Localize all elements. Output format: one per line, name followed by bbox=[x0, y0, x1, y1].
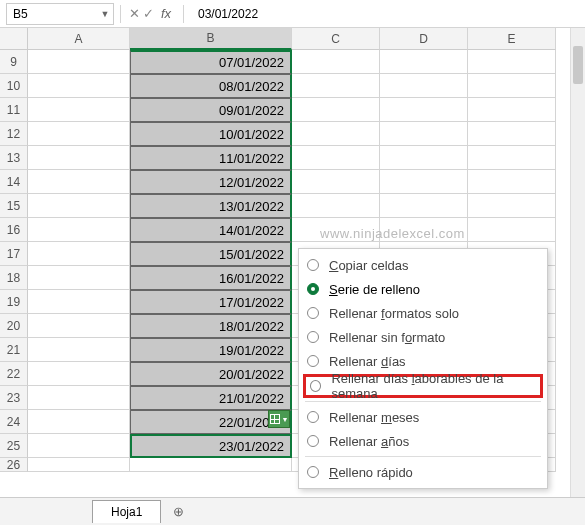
row-header[interactable]: 10 bbox=[0, 74, 28, 98]
cell[interactable] bbox=[130, 458, 292, 472]
add-sheet-button[interactable]: ⊕ bbox=[167, 501, 189, 523]
cell[interactable] bbox=[292, 194, 380, 218]
cell[interactable] bbox=[380, 50, 468, 74]
cell[interactable] bbox=[292, 98, 380, 122]
row-header[interactable]: 9 bbox=[0, 50, 28, 74]
cell[interactable] bbox=[468, 122, 556, 146]
col-header-a[interactable]: A bbox=[28, 28, 130, 50]
autofill-menu-item[interactable]: Rellenar días laborables de la semana bbox=[303, 374, 543, 398]
cell[interactable]: 14/01/2022 bbox=[130, 218, 292, 242]
col-header-c[interactable]: C bbox=[292, 28, 380, 50]
cell[interactable] bbox=[28, 50, 130, 74]
cell[interactable] bbox=[28, 434, 130, 458]
cell[interactable] bbox=[28, 458, 130, 472]
cell[interactable]: 11/01/2022 bbox=[130, 146, 292, 170]
row-header[interactable]: 19 bbox=[0, 290, 28, 314]
cell[interactable] bbox=[28, 146, 130, 170]
row-header[interactable]: 24 bbox=[0, 410, 28, 434]
cell[interactable] bbox=[380, 146, 468, 170]
row-header[interactable]: 21 bbox=[0, 338, 28, 362]
cell[interactable] bbox=[28, 266, 130, 290]
cell[interactable]: 18/01/2022 bbox=[130, 314, 292, 338]
cell[interactable] bbox=[28, 170, 130, 194]
cell[interactable] bbox=[468, 218, 556, 242]
row-header[interactable]: 23 bbox=[0, 386, 28, 410]
cell[interactable] bbox=[468, 194, 556, 218]
cell[interactable] bbox=[380, 122, 468, 146]
cell[interactable] bbox=[28, 410, 130, 434]
autofill-menu-item[interactable]: Rellenar días bbox=[299, 349, 547, 373]
col-header-d[interactable]: D bbox=[380, 28, 468, 50]
scrollbar-thumb[interactable] bbox=[573, 46, 583, 84]
cell[interactable]: 16/01/2022 bbox=[130, 266, 292, 290]
cancel-icon[interactable]: ✕ bbox=[127, 6, 141, 21]
row-header[interactable]: 12 bbox=[0, 122, 28, 146]
cell[interactable] bbox=[28, 386, 130, 410]
cell[interactable] bbox=[468, 50, 556, 74]
cell[interactable] bbox=[28, 362, 130, 386]
col-header-b[interactable]: B bbox=[130, 28, 292, 50]
cell[interactable] bbox=[380, 194, 468, 218]
fx-icon[interactable]: fx bbox=[155, 6, 177, 21]
cell[interactable]: 12/01/2022 bbox=[130, 170, 292, 194]
chevron-down-icon[interactable]: ▼ bbox=[97, 9, 113, 19]
autofill-menu-item[interactable]: Copiar celdas bbox=[299, 253, 547, 277]
cell[interactable] bbox=[28, 98, 130, 122]
cell[interactable] bbox=[380, 170, 468, 194]
cell[interactable]: 13/01/2022 bbox=[130, 194, 292, 218]
row-header[interactable]: 14 bbox=[0, 170, 28, 194]
select-all-corner[interactable] bbox=[0, 28, 28, 50]
cell[interactable] bbox=[28, 314, 130, 338]
cell[interactable]: 23/01/2022 bbox=[130, 434, 292, 458]
cell[interactable] bbox=[28, 194, 130, 218]
cell[interactable]: 21/01/2022 bbox=[130, 386, 292, 410]
row-header[interactable]: 17 bbox=[0, 242, 28, 266]
cell[interactable] bbox=[28, 122, 130, 146]
cell[interactable] bbox=[380, 98, 468, 122]
autofill-menu-item[interactable]: Rellenar meses bbox=[299, 405, 547, 429]
cell[interactable]: 10/01/2022 bbox=[130, 122, 292, 146]
col-header-e[interactable]: E bbox=[468, 28, 556, 50]
cell[interactable] bbox=[468, 98, 556, 122]
cell[interactable] bbox=[292, 122, 380, 146]
row-header[interactable]: 25 bbox=[0, 434, 28, 458]
cell[interactable]: 09/01/2022 bbox=[130, 98, 292, 122]
cell[interactable]: 17/01/2022 bbox=[130, 290, 292, 314]
cell[interactable] bbox=[468, 170, 556, 194]
cell[interactable] bbox=[28, 338, 130, 362]
autofill-menu-item[interactable]: Rellenar formatos solo bbox=[299, 301, 547, 325]
autofill-menu-item[interactable]: Relleno rápido bbox=[299, 460, 547, 484]
name-box[interactable]: B5 ▼ bbox=[6, 3, 114, 25]
cell[interactable] bbox=[292, 50, 380, 74]
row-header[interactable]: 26 bbox=[0, 458, 28, 472]
cell[interactable]: 07/01/2022 bbox=[130, 50, 292, 74]
cell[interactable]: 08/01/2022 bbox=[130, 74, 292, 98]
cell[interactable] bbox=[28, 290, 130, 314]
autofill-menu-item[interactable]: Serie de relleno bbox=[299, 277, 547, 301]
row-header[interactable]: 15 bbox=[0, 194, 28, 218]
cell[interactable] bbox=[292, 74, 380, 98]
row-header[interactable]: 22 bbox=[0, 362, 28, 386]
confirm-icon[interactable]: ✓ bbox=[141, 6, 155, 21]
cell[interactable]: 19/01/2022 bbox=[130, 338, 292, 362]
sheet-tab[interactable]: Hoja1 bbox=[92, 500, 161, 523]
autofill-menu-item[interactable]: Rellenar años bbox=[299, 429, 547, 453]
cell[interactable] bbox=[28, 242, 130, 266]
cell[interactable] bbox=[292, 170, 380, 194]
vertical-scrollbar[interactable] bbox=[570, 28, 585, 497]
autofill-menu-item[interactable]: Rellenar sin formato bbox=[299, 325, 547, 349]
cell[interactable] bbox=[292, 146, 380, 170]
row-header[interactable]: 13 bbox=[0, 146, 28, 170]
row-header[interactable]: 11 bbox=[0, 98, 28, 122]
row-header[interactable]: 16 bbox=[0, 218, 28, 242]
autofill-options-button[interactable]: ▼ bbox=[268, 410, 290, 428]
cell[interactable] bbox=[468, 146, 556, 170]
cell[interactable] bbox=[28, 218, 130, 242]
cell[interactable]: 20/01/2022 bbox=[130, 362, 292, 386]
cell[interactable] bbox=[28, 74, 130, 98]
cell[interactable] bbox=[468, 74, 556, 98]
row-header[interactable]: 18 bbox=[0, 266, 28, 290]
row-header[interactable]: 20 bbox=[0, 314, 28, 338]
cell[interactable] bbox=[380, 74, 468, 98]
cell[interactable]: 15/01/2022 bbox=[130, 242, 292, 266]
